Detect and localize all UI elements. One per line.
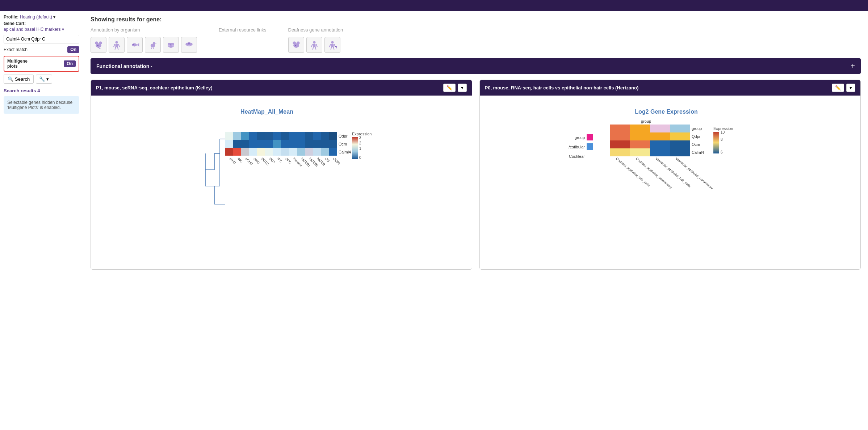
left-label-cochlear: Cochlear: [569, 154, 585, 159]
plot-title-1: P1, mouse, scRNA-seq, cochlear epitheliu…: [96, 85, 213, 90]
plot-edit-btn-1[interactable]: ✏️: [443, 84, 456, 92]
plot-header-1: P1, mouse, scRNA-seq, cochlear epitheliu…: [91, 80, 472, 96]
deafness-human-icon[interactable]: [306, 37, 322, 53]
cell-1-10: [297, 132, 305, 140]
cell-3-10: [297, 148, 305, 156]
hm2-r1-c3: [670, 132, 690, 140]
left-label-group: group: [575, 135, 585, 140]
deafness-human-question-icon[interactable]: ?: [324, 37, 340, 53]
search-button[interactable]: 🔍 Search: [4, 75, 34, 84]
svg-point-21: [172, 43, 174, 45]
svg-text:Vestibular_epithelial_hair_cel: Vestibular_epithelial_hair_cells: [655, 157, 692, 188]
hm2-r2-c1: [630, 140, 650, 148]
cell-2-6: [265, 140, 273, 148]
deafness-icons: ?: [288, 37, 343, 53]
cell-2-3: [241, 140, 249, 148]
cell-1-4: [249, 132, 257, 140]
deafness-mouse-icon[interactable]: [288, 37, 304, 53]
col2-label-3: Vestibular_epithelial_hair_cells: [655, 157, 692, 188]
svg-point-1: [95, 41, 98, 45]
exact-match-toggle[interactable]: On: [67, 46, 79, 53]
svg-line-4: [98, 48, 100, 49]
hm2-r1-c1: [630, 132, 650, 140]
legend2-val-8: 8: [721, 138, 723, 142]
row-label-qdpr: Qdpr: [339, 134, 348, 138]
functional-annotation-plus[interactable]: +: [851, 62, 855, 70]
cell-2-7: [273, 140, 281, 148]
cell-3-4: [249, 148, 257, 156]
deafness-annotation-section: Deafness gene annotation ?: [288, 27, 343, 53]
plot-dropdown-btn-1[interactable]: ▾: [458, 84, 467, 92]
svg-rect-6: [116, 44, 118, 47]
external-resource-title: External resource links: [219, 27, 267, 33]
top-label-group: group: [641, 119, 651, 123]
svg-point-11: [132, 43, 137, 47]
hm2-r3-c3: [670, 148, 690, 156]
svg-rect-42: [331, 44, 334, 47]
cell-3-1: [225, 148, 233, 156]
multigene-label: Multigeneplots: [7, 59, 28, 69]
legend2-val-10: 10: [721, 130, 725, 134]
svg-point-34: [295, 45, 296, 46]
organism-icons: [91, 37, 197, 53]
svg-point-27: [190, 43, 193, 46]
cell-1-12: [313, 132, 321, 140]
hamster-organism-icon[interactable]: [163, 37, 179, 53]
gene-cart-label: Gene Cart:: [4, 21, 79, 26]
svg-point-3: [97, 45, 99, 46]
col2-label-1: Cochlear_epithelial_hair_cells: [615, 157, 651, 187]
cell-3-6: [265, 148, 273, 156]
col-label-OC90: OC90: [332, 157, 341, 165]
svg-line-17: [152, 47, 152, 49]
search-row: 🔍 Search 🔧 ▾: [4, 75, 79, 84]
cell-2-2: [233, 140, 241, 148]
svg-point-28: [188, 44, 190, 46]
cell-1-7: [273, 132, 281, 140]
mouse-organism-icon[interactable]: [91, 37, 106, 53]
col2-label-2: Cochlear_epithelial_nonsensory: [635, 157, 673, 189]
cell-3-11: [305, 148, 313, 156]
fish-organism-icon[interactable]: [127, 37, 143, 53]
notice-text: Selectable genes hidden because 'Multige…: [7, 100, 72, 110]
annotation-row: Annotation by organism: [91, 27, 861, 53]
hm2-r1-c0: [610, 132, 630, 140]
plot-controls-1: ✏️ ▾: [443, 84, 467, 92]
cell-1-14: [329, 132, 337, 140]
plot-body-2: Log2 Gene Expression group Vestibular Co…: [480, 96, 861, 269]
legend-gradient-bar-2: [713, 132, 719, 153]
multigene-box: Multigeneplots On: [4, 56, 79, 72]
human-organism-icon[interactable]: [109, 37, 125, 53]
plots-row: P1, mouse, scRNA-seq, cochlear epitheliu…: [91, 80, 861, 270]
search-results-header: Search results 4: [4, 88, 79, 93]
cell-3-9: [289, 148, 297, 156]
gene-input[interactable]: [4, 35, 79, 43]
plot-dropdown-btn-2[interactable]: ▾: [846, 84, 855, 92]
col-label-DC12: DC1/2: [260, 157, 269, 166]
wrench-button[interactable]: 🔧 ▾: [36, 75, 52, 84]
svg-text:Cochlear_epithelial_hair_cells: Cochlear_epithelial_hair_cells: [615, 157, 651, 187]
col-label-IPC: IPC: [276, 157, 283, 163]
group-cochlear-color: [587, 143, 593, 150]
svg-point-26: [185, 43, 188, 46]
cell-2-14: [329, 140, 337, 148]
heatmap-title-1: HeatMap_All_Mean: [240, 109, 293, 115]
bird-organism-icon[interactable]: [145, 37, 161, 53]
legend2-val-6: 6: [721, 150, 723, 154]
profile-dropdown[interactable]: Hearing (default): [20, 14, 52, 20]
cell-3-3: [241, 148, 249, 156]
gene-cart-value[interactable]: apical and basal IHC markers: [4, 27, 79, 32]
cell-3-13: [321, 148, 329, 156]
top-bar: [0, 0, 868, 11]
search-results-count: 4: [37, 88, 40, 93]
search-label: Search: [15, 76, 30, 82]
multigene-toggle[interactable]: On: [64, 60, 76, 67]
cell-2-1: [225, 140, 233, 148]
hm2-r3-c0: [610, 148, 630, 156]
legend-val-2: 2: [359, 141, 361, 145]
plot-edit-btn-2[interactable]: ✏️: [832, 84, 844, 92]
svg-line-37: [311, 44, 313, 47]
cell-3-2: [233, 148, 241, 156]
left-label-vestibular: Vestibular: [569, 145, 585, 149]
monkey-organism-icon[interactable]: [181, 37, 197, 53]
svg-point-5: [116, 41, 118, 44]
